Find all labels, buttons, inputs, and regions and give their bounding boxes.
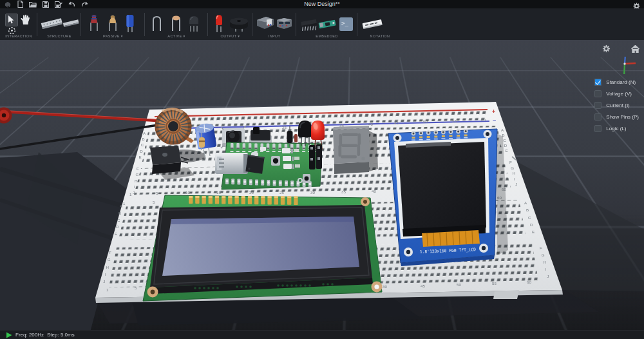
checkbox-icon[interactable] [594, 125, 601, 132]
breadboard-label: H [135, 179, 137, 183]
capacitor-button[interactable] [124, 14, 136, 35]
breadboard-label: I [134, 184, 135, 189]
breadboard-label: J [547, 274, 549, 278]
toolbar-group-notation: NOTATION [357, 8, 402, 40]
plus-marking: + [492, 108, 495, 115]
breadboard-small-button[interactable] [62, 17, 80, 30]
checkbox-icon[interactable] [594, 90, 601, 97]
breadboard-label: I [545, 267, 546, 271]
breadboard-label: I [514, 177, 515, 181]
breadboard-label: D [140, 149, 143, 153]
viewport-3d[interactable]: + − ABCDEFGHIJABCDEFGHIJABCDEFGHIJABCDEF… [0, 40, 644, 330]
breadboard-label: F [109, 250, 111, 255]
lcd-module[interactable] [143, 195, 383, 301]
diode-button[interactable] [169, 14, 184, 34]
breadboard-label: 20 [249, 190, 254, 195]
dip-chip-icon [299, 17, 318, 32]
breadboard-label: H [544, 260, 546, 264]
breadboard-label: 45 [421, 284, 425, 288]
resistor-tan-icon [106, 14, 120, 32]
minus-marking: − [493, 117, 496, 124]
view-option-logic[interactable]: Logic (L) [594, 122, 639, 134]
red-wire[interactable] [0, 111, 166, 121]
breadboard-label: F [540, 246, 542, 250]
breadboard-label: 30 [310, 190, 315, 195]
smd-capacitors [282, 148, 294, 169]
breadboard-label: E [505, 148, 507, 153]
resistor-icon [87, 14, 101, 32]
toolbar-group-structure: STRUCTURE [37, 8, 81, 40]
transistor-button[interactable] [187, 14, 200, 35]
seven-segment-display[interactable] [333, 126, 378, 174]
buzzer-button[interactable] [229, 15, 249, 35]
power-input-button[interactable] [256, 15, 275, 34]
toolbar-group-input: INPUT [252, 8, 296, 40]
toolbar-group-interaction: INTERACTION [0, 8, 37, 40]
breadboard-label: 55 [452, 119, 457, 123]
wire-loop-icon [150, 15, 164, 32]
breadboard-label: E [115, 231, 117, 236]
view-option-label: Logic (L) [606, 126, 626, 131]
checkbox-icon[interactable] [594, 102, 601, 109]
black-wire[interactable] [0, 124, 162, 149]
play-icon[interactable] [6, 332, 12, 338]
arduino-nano[interactable] [215, 142, 322, 189]
microcontroller-icon [317, 18, 337, 30]
ic-chip-button[interactable] [299, 17, 318, 35]
breadboard-mini-icon [62, 17, 80, 28]
breadboard-label: 25 [282, 125, 287, 130]
breadboard-label: G [136, 172, 139, 177]
led-button[interactable] [213, 14, 225, 35]
pan-tool-button[interactable] [20, 14, 30, 28]
breadboard-label: 5 [135, 286, 137, 290]
resistor-button[interactable] [87, 14, 101, 34]
buzzer-icon [229, 15, 249, 32]
breadboard-label: 1 [129, 192, 132, 197]
breadboard-label: J [133, 190, 135, 195]
toolbar-group-output: OUTPUT ▾ [208, 8, 252, 40]
breadboard-label: 50 [423, 119, 428, 124]
lcd-pin-row [189, 196, 298, 205]
breadboard-label: 40 [372, 189, 376, 193]
viewport-settings-gear-icon[interactable] [602, 44, 611, 55]
axis-gizmo[interactable] [612, 54, 638, 79]
mcu-board-button[interactable] [317, 18, 337, 32]
title-bar: New Design** [0, 0, 644, 8]
breadboard-label: G [511, 166, 514, 170]
dropdown-arrow-icon: ▾ [184, 34, 185, 38]
breadboard-label: E [139, 155, 142, 159]
script-button[interactable]: >_ [339, 17, 354, 34]
breadboard-label: 60 [481, 117, 486, 122]
capacitor-icon [124, 14, 136, 33]
breadboard-label: 35 [341, 189, 346, 194]
view-option-current[interactable]: Current (I) [594, 99, 639, 111]
sim-step: Step: 5.0ms [47, 332, 75, 338]
view-option-show[interactable]: Show Pins (P) [594, 111, 639, 122]
tft-module[interactable]: 1.8'128x160 RGB TFT_LCD [388, 129, 508, 266]
resistor-2-button[interactable] [106, 14, 120, 34]
breadboard-label: 1 [123, 201, 126, 206]
psu-button[interactable] [276, 16, 293, 34]
breadboard-label: 5 [156, 191, 158, 195]
breadboard-label: B [142, 137, 144, 141]
checkbox-icon[interactable] [594, 113, 601, 121]
hand-icon [20, 14, 30, 25]
view-option-voltage[interactable]: Voltage (V) [594, 88, 639, 99]
checkbox-checked-icon[interactable] [594, 79, 601, 86]
transistor-icon [187, 14, 200, 32]
breadboard-label: J [103, 279, 105, 284]
power-source-icon [256, 15, 275, 32]
label-button[interactable] [361, 17, 383, 33]
select-tool-button[interactable] [5, 14, 18, 26]
breadboard-label: G [108, 257, 111, 262]
breadboard-label: 10 [185, 190, 190, 195]
breadboard-label: B [526, 208, 529, 212]
jumper-button[interactable] [150, 15, 164, 34]
breadboard-large-button[interactable] [40, 16, 63, 32]
status-bar: Freq: 200Hz Step: 5.0ms [0, 330, 644, 339]
view-option-standard[interactable]: Standard (N) [594, 76, 639, 88]
view-options-panel: Standard (N)Voltage (V)Current (I)Show P… [594, 76, 639, 134]
breadboard-label: D [530, 222, 533, 227]
breadboard-label: E [532, 229, 535, 234]
red-connector[interactable] [0, 108, 12, 124]
